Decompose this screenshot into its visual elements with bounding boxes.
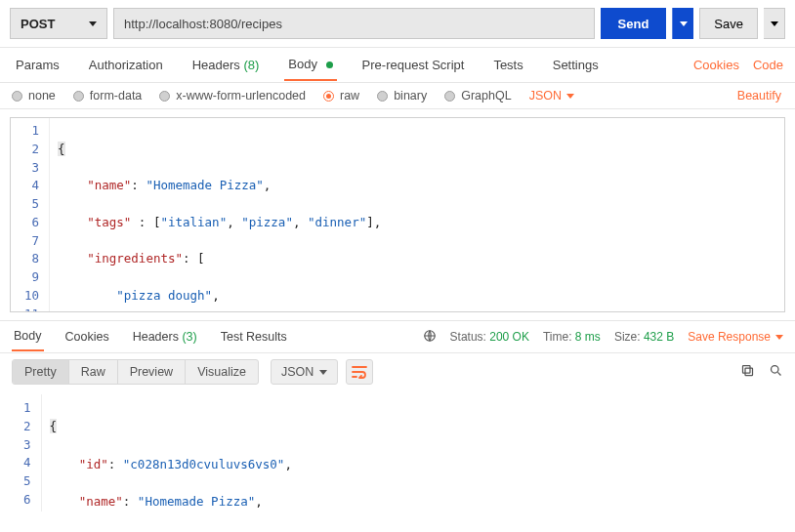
response-format-right	[740, 363, 783, 381]
chevron-down-icon	[89, 21, 97, 26]
code-body[interactable]: { "name": "Homemade Pizza", "tags" : ["i…	[50, 118, 784, 311]
tabs-right-links: Cookies Code	[693, 58, 783, 72]
tab-headers[interactable]: Headers (8)	[188, 50, 264, 80]
resp-tab-testresults[interactable]: Test Results	[219, 323, 289, 350]
tab-body[interactable]: Body	[284, 49, 336, 81]
radio-form-data[interactable]: form-data	[73, 89, 143, 102]
code-line: {	[58, 142, 65, 156]
code-key: "name"	[79, 494, 123, 509]
response-format-select[interactable]: JSON	[271, 359, 338, 385]
radio-x-www[interactable]: x-www-form-urlencoded	[159, 89, 306, 102]
code-body: { "id": "c028n13d0cvuluvs6vs0", "name": …	[42, 394, 785, 512]
send-dropdown[interactable]	[672, 8, 693, 39]
save-button[interactable]: Save	[699, 8, 758, 39]
wrap-lines-button[interactable]	[346, 359, 373, 385]
beautify-link[interactable]: Beautify	[737, 89, 781, 102]
tab-settings[interactable]: Settings	[549, 50, 603, 80]
view-preview[interactable]: Preview	[118, 360, 186, 384]
radio-none-label: none	[28, 89, 56, 102]
method-value: POST	[21, 17, 55, 31]
code-str: "Homemade Pizza"	[146, 178, 263, 192]
body-format-select[interactable]: JSON	[529, 89, 574, 102]
response-format-label: JSON	[281, 365, 314, 379]
resp-tab-headers[interactable]: Headers (3)	[131, 323, 199, 350]
chevron-down-icon	[680, 21, 688, 26]
response-format-row: Pretty Raw Preview Visualize JSON	[0, 353, 795, 390]
code-line: {	[50, 419, 58, 433]
body-format-label: JSON	[529, 89, 562, 102]
radio-raw-label: raw	[340, 89, 359, 102]
tab-headers-label: Headers	[192, 58, 240, 72]
view-pretty[interactable]: Pretty	[13, 360, 69, 384]
code-link[interactable]: Code	[753, 58, 783, 72]
response-meta: Status: 200 OK Time: 8 ms Size: 432 B Sa…	[423, 329, 783, 346]
resp-headers-count: (3)	[182, 330, 196, 344]
view-visualize[interactable]: Visualize	[186, 360, 258, 384]
response-tabs: Body Cookies Headers (3) Test Results St…	[0, 320, 795, 353]
svg-rect-2	[743, 366, 751, 374]
radio-icon	[444, 91, 455, 102]
radio-xwww-label: x-www-form-urlencoded	[176, 89, 306, 102]
chevron-down-icon	[771, 21, 778, 26]
time-label: Time:	[543, 330, 572, 344]
resp-headers-label: Headers	[133, 330, 179, 344]
radio-none[interactable]: none	[12, 89, 56, 102]
line-gutter: 123456789101112	[11, 118, 50, 311]
view-raw[interactable]: Raw	[69, 360, 118, 384]
radio-binary[interactable]: binary	[377, 89, 427, 102]
save-response-button[interactable]: Save Response	[688, 330, 783, 344]
radio-graphql[interactable]: GraphQL	[444, 89, 511, 102]
tab-tests[interactable]: Tests	[489, 50, 526, 80]
svg-point-3	[772, 366, 779, 374]
tab-body-label: Body	[288, 57, 317, 71]
code-str: "c028n13d0cvuluvs6vs0"	[123, 457, 285, 471]
request-body-editor[interactable]: 123456789101112 { "name": "Homemade Pizz…	[10, 117, 785, 312]
size-value: 432 B	[644, 330, 674, 344]
radio-graphql-label: GraphQL	[461, 89, 511, 102]
radio-formdata-label: form-data	[90, 89, 143, 102]
save-response-label: Save Response	[688, 330, 771, 344]
cookies-link[interactable]: Cookies	[693, 58, 739, 72]
view-mode-group: Pretty Raw Preview Visualize	[12, 359, 259, 385]
size-label: Size:	[614, 330, 641, 344]
time-value: 8 ms	[575, 330, 601, 344]
copy-icon[interactable]	[740, 363, 755, 381]
radio-icon	[159, 91, 170, 102]
code-str: "pizza"	[241, 215, 293, 229]
line-gutter: 1234567	[10, 394, 42, 512]
resp-tab-cookies[interactable]: Cookies	[63, 323, 111, 350]
resp-tab-body[interactable]: Body	[12, 322, 44, 351]
code-str: "Homemade Pizza"	[138, 494, 255, 509]
request-tabs: Params Authorization Headers (8) Body Pr…	[0, 48, 795, 83]
send-button[interactable]: Send	[601, 8, 667, 39]
chevron-down-icon	[775, 335, 783, 340]
radio-icon	[323, 91, 334, 102]
radio-icon	[73, 91, 84, 102]
tab-params[interactable]: Params	[12, 50, 63, 80]
svg-rect-1	[745, 368, 753, 376]
radio-binary-label: binary	[394, 89, 427, 102]
request-bar: POST Send Save	[0, 0, 795, 48]
method-select[interactable]: POST	[10, 8, 107, 39]
code-str: "italian"	[160, 215, 227, 229]
headers-count-badge: (8)	[243, 58, 259, 72]
code-key: "id"	[79, 457, 108, 471]
body-type-row: none form-data x-www-form-urlencoded raw…	[0, 83, 795, 109]
search-icon[interactable]	[769, 363, 783, 381]
code-str: "pizza dough"	[116, 288, 212, 303]
response-body-viewer[interactable]: 1234567 { "id": "c028n13d0cvuluvs6vs0", …	[10, 394, 785, 512]
radio-raw[interactable]: raw	[323, 89, 359, 102]
radio-icon	[12, 91, 22, 102]
url-input[interactable]	[113, 8, 595, 39]
code-str: "dinner"	[308, 215, 366, 229]
globe-icon[interactable]	[423, 329, 437, 346]
code-key: "tags"	[87, 215, 131, 229]
tab-authorization[interactable]: Authorization	[85, 50, 167, 80]
status-label: Status:	[450, 330, 486, 344]
code-key: "name"	[87, 178, 131, 192]
tab-prerequest[interactable]: Pre-request Script	[358, 50, 469, 80]
save-dropdown[interactable]	[764, 8, 785, 39]
radio-icon	[377, 91, 388, 102]
status-value: 200 OK	[489, 330, 529, 344]
chevron-down-icon	[319, 370, 327, 375]
